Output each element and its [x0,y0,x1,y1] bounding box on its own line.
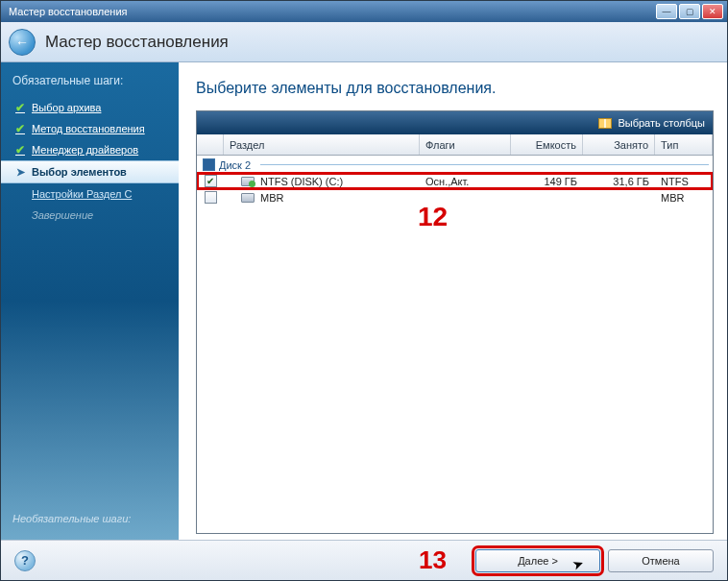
row-checkbox[interactable] [205,191,217,204]
maximize-button[interactable]: ▢ [679,4,700,19]
header-title: Мастер восстановления [45,33,229,52]
columns-icon [598,118,612,129]
annotation-12: 12 [418,202,448,232]
body: Обязательные шаги: ✔ Выбор архива ✔ Мето… [1,62,727,540]
sidebar-item-label: Выбор элементов [32,166,127,178]
disk-group-row[interactable]: Диск 2 [197,156,713,173]
next-button[interactable]: Далее > ➤ [475,549,600,572]
sidebar-item-drivers[interactable]: ✔ Менеджер драйверов [1,139,179,160]
grid-body: Диск 2 ✔ NTFS (DISK) (C:) Осн.,Акт. 149 … [197,156,713,533]
titlebar: Мастер восстановления — ▢ ✕ [1,1,727,22]
sidebar-item-archive[interactable]: ✔ Выбор архива [1,97,179,118]
window-frame: Мастер восстановления — ▢ ✕ ← Мастер вос… [0,0,728,581]
row-type: MBR [661,192,684,204]
help-icon: ? [21,553,29,568]
sidebar-mandatory-label: Обязательные шаги: [1,68,179,97]
row-checkbox[interactable]: ✔ [205,175,217,187]
footer: ? 13 Далее > ➤ Отмена [1,540,727,580]
choose-columns-button[interactable]: Выбрать столбцы [618,117,705,129]
arrow-right-icon: ➤ [14,166,26,178]
annotation-13: 13 [419,545,447,575]
window-buttons: — ▢ ✕ [656,4,723,19]
header: ← Мастер восстановления [1,22,727,62]
col-header-partition[interactable]: Раздел [224,134,420,155]
sidebar-sub-partition-c[interactable]: Настройки Раздел C [1,183,179,205]
table-row[interactable]: MBR MBR [197,189,713,206]
row-capacity: 149 ГБ [544,176,577,187]
col-header-used[interactable]: Занято [583,134,655,155]
sidebar-item-label: Настройки Раздел C [32,188,132,200]
partition-icon [241,177,255,186]
sidebar-item-label: Завершение [32,209,93,221]
divider [260,164,709,165]
cancel-button[interactable]: Отмена [608,549,714,572]
help-button[interactable]: ? [14,550,36,571]
table-row[interactable]: ✔ NTFS (DISK) (C:) Осн.,Акт. 149 ГБ 31,6… [197,173,713,189]
col-header-type[interactable]: Тип [655,134,713,155]
grid-header: Раздел Флаги Емкость Занято Тип [197,134,713,156]
sidebar-item-label: Метод восстановления [32,123,145,134]
disk-checkbox[interactable] [203,158,215,171]
partition-grid: Выбрать столбцы Раздел Флаги Емкость Зан… [196,110,714,534]
disk-label: Диск 2 [219,159,251,171]
partition-icon [241,193,255,203]
grid-toolbar: Выбрать столбцы [197,111,713,134]
next-button-label: Далее > [518,555,558,567]
col-header-capacity[interactable]: Емкость [511,134,583,155]
window-title: Мастер восстановления [5,6,656,17]
check-icon: ✔ [14,144,26,156]
sidebar-item-method[interactable]: ✔ Метод восстановления [1,118,179,139]
minimize-button[interactable]: — [656,4,677,19]
sidebar: Обязательные шаги: ✔ Выбор архива ✔ Мето… [1,62,179,540]
back-button[interactable]: ← [9,29,36,56]
check-icon: ✔ [14,102,26,113]
col-header-checkbox[interactable] [197,134,224,155]
sidebar-item-elements[interactable]: ➤ Выбор элементов [1,160,179,183]
close-button[interactable]: ✕ [702,4,723,19]
sidebar-item-finish: Завершение [1,205,179,226]
row-type: NTFS [661,176,689,187]
col-header-flags[interactable]: Флаги [420,134,511,155]
cursor-icon: ➤ [570,554,587,572]
main-heading: Выберите элементы для восстановления. [196,72,714,110]
row-name: MBR [260,192,283,204]
main-panel: Выберите элементы для восстановления. Вы… [179,62,727,540]
row-flags: Осн.,Акт. [425,176,469,187]
row-name: NTFS (DISK) (C:) [260,176,343,187]
check-icon: ✔ [14,123,26,134]
row-used: 31,6 ГБ [613,176,649,187]
cancel-button-label: Отмена [642,555,679,567]
sidebar-optional-label: Необязательные шаги: [1,503,179,540]
back-arrow-icon: ← [15,35,29,50]
sidebar-item-label: Выбор архива [32,102,101,113]
sidebar-item-label: Менеджер драйверов [32,144,138,156]
